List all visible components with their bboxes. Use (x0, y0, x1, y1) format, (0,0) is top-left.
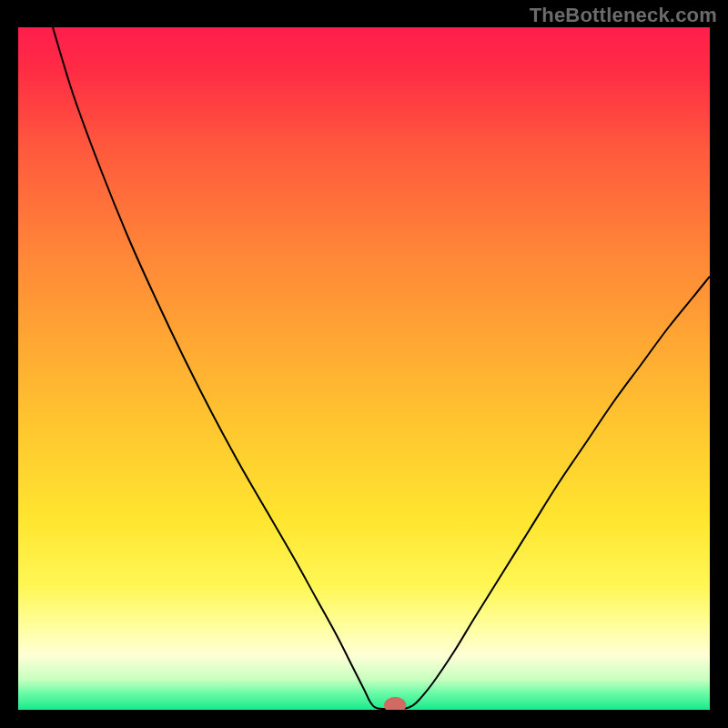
chart-frame: TheBottleneck.com (0, 0, 728, 728)
bottleneck-chart (18, 27, 710, 710)
plot-area (18, 27, 710, 710)
watermark-text: TheBottleneck.com (530, 4, 717, 27)
gradient-background (18, 27, 710, 710)
